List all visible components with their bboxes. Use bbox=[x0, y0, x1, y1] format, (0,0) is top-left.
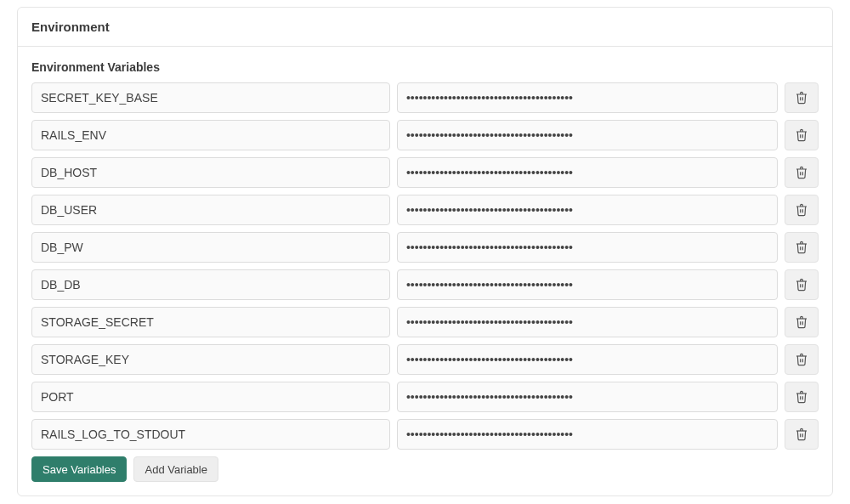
add-variable-button[interactable]: Add Variable bbox=[133, 456, 218, 482]
variable-key-input[interactable] bbox=[31, 157, 390, 188]
variable-row bbox=[31, 344, 819, 375]
trash-icon bbox=[795, 314, 808, 330]
variable-value-input[interactable] bbox=[397, 419, 778, 450]
variable-row bbox=[31, 419, 819, 450]
trash-icon bbox=[795, 352, 808, 367]
trash-icon bbox=[795, 427, 808, 442]
variable-key-input[interactable] bbox=[31, 269, 390, 300]
environment-panel: Environment Environment Variables Save V… bbox=[17, 7, 833, 496]
variable-value-input[interactable] bbox=[397, 232, 778, 263]
variable-value-input[interactable] bbox=[397, 120, 778, 150]
delete-variable-button[interactable] bbox=[785, 82, 819, 113]
variable-key-input[interactable] bbox=[31, 382, 390, 412]
variable-value-input[interactable] bbox=[397, 382, 778, 412]
delete-variable-button[interactable] bbox=[785, 382, 819, 412]
variable-row bbox=[31, 232, 819, 263]
variable-value-input[interactable] bbox=[397, 82, 778, 113]
trash-icon bbox=[795, 127, 808, 143]
trash-icon bbox=[795, 202, 808, 218]
variable-value-input[interactable] bbox=[397, 307, 778, 337]
delete-variable-button[interactable] bbox=[785, 419, 819, 450]
trash-icon bbox=[795, 277, 808, 292]
variable-key-input[interactable] bbox=[31, 232, 390, 263]
variable-row bbox=[31, 307, 819, 337]
delete-variable-button[interactable] bbox=[785, 344, 819, 375]
variable-row bbox=[31, 120, 819, 150]
variable-value-input[interactable] bbox=[397, 269, 778, 300]
variable-row bbox=[31, 269, 819, 300]
variable-key-input[interactable] bbox=[31, 120, 390, 150]
trash-icon bbox=[795, 240, 808, 255]
delete-variable-button[interactable] bbox=[785, 232, 819, 263]
panel-title: Environment bbox=[31, 20, 819, 34]
panel-body: Environment Variables Save Variables Add… bbox=[18, 47, 832, 496]
variable-key-input[interactable] bbox=[31, 195, 390, 225]
variable-key-input[interactable] bbox=[31, 82, 390, 113]
trash-icon bbox=[795, 165, 808, 180]
variable-row bbox=[31, 82, 819, 113]
button-row: Save Variables Add Variable bbox=[31, 456, 819, 482]
trash-icon bbox=[795, 389, 808, 405]
variable-value-input[interactable] bbox=[397, 157, 778, 188]
variable-row bbox=[31, 157, 819, 188]
variable-key-input[interactable] bbox=[31, 419, 390, 450]
delete-variable-button[interactable] bbox=[785, 157, 819, 188]
delete-variable-button[interactable] bbox=[785, 307, 819, 337]
delete-variable-button[interactable] bbox=[785, 120, 819, 150]
delete-variable-button[interactable] bbox=[785, 269, 819, 300]
variable-list bbox=[31, 82, 819, 450]
delete-variable-button[interactable] bbox=[785, 195, 819, 225]
panel-header: Environment bbox=[18, 8, 832, 47]
variable-row bbox=[31, 195, 819, 225]
variable-value-input[interactable] bbox=[397, 344, 778, 375]
variable-key-input[interactable] bbox=[31, 307, 390, 337]
variable-row bbox=[31, 382, 819, 412]
trash-icon bbox=[795, 90, 808, 105]
section-title: Environment Variables bbox=[31, 60, 819, 74]
save-variables-button[interactable]: Save Variables bbox=[31, 456, 127, 482]
variable-key-input[interactable] bbox=[31, 344, 390, 375]
variable-value-input[interactable] bbox=[397, 195, 778, 225]
